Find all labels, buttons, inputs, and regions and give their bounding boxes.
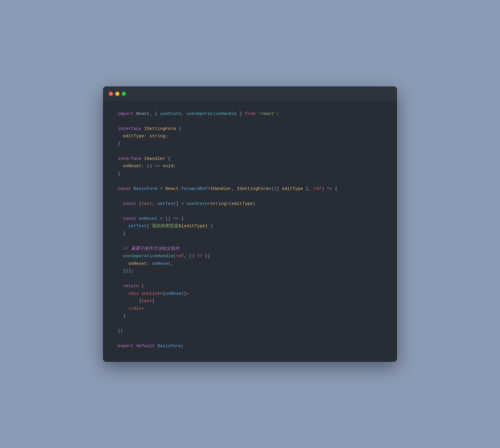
code-line-30: }) bbox=[118, 327, 382, 335]
code-editor-window: import React, { useState, useImperativeH… bbox=[103, 86, 397, 362]
code-line-blank-7 bbox=[118, 275, 382, 283]
code-line-blank-1 bbox=[118, 118, 382, 125]
minimize-button[interactable] bbox=[115, 92, 119, 96]
code-line-24: return ( bbox=[118, 282, 382, 290]
code-line-15: const onReset = () => { bbox=[118, 215, 382, 223]
code-line-26: {text} bbox=[118, 297, 382, 305]
code-line-25: <div onClick={onReset}> bbox=[118, 290, 382, 298]
code-line-blank-6 bbox=[118, 238, 382, 245]
close-button[interactable] bbox=[109, 92, 113, 96]
code-line-17: } bbox=[118, 230, 382, 238]
code-line-blank-5 bbox=[118, 208, 382, 215]
code-line-1: import React, { useState, useImperativeH… bbox=[118, 110, 382, 118]
code-line-8: onReset: () => void; bbox=[118, 163, 382, 170]
code-line-blank-4 bbox=[118, 193, 382, 200]
code-line-28: ) bbox=[118, 312, 382, 320]
code-line-20: useImperativeHandle(ref, () => ({ bbox=[118, 253, 382, 260]
code-line-27: </div> bbox=[118, 305, 382, 313]
code-content: import React, { useState, useImperativeH… bbox=[103, 101, 397, 362]
code-line-13: const [text, setText] = useState<string>… bbox=[118, 200, 382, 208]
code-line-9: } bbox=[118, 170, 382, 178]
code-line-4: editType: string; bbox=[118, 133, 382, 140]
code-line-16: setText(`现在的类型是${editType}`) bbox=[118, 223, 382, 230]
code-line-21: onReset: onReset, bbox=[118, 260, 382, 268]
code-line-blank-2 bbox=[118, 148, 382, 155]
code-line-22: })); bbox=[118, 268, 382, 275]
code-line-32: export default BasicForm; bbox=[118, 342, 382, 350]
code-line-7: interface IHandler { bbox=[118, 155, 382, 163]
code-line-3: interface ISettingForm { bbox=[118, 125, 382, 133]
maximize-button[interactable] bbox=[122, 92, 126, 96]
title-bar bbox=[103, 86, 397, 101]
code-line-blank-8 bbox=[118, 320, 382, 328]
code-line-19: // 暴露子组件方法给父组件 bbox=[118, 245, 382, 253]
code-line-blank-3 bbox=[118, 178, 382, 185]
code-line-11: const BasicForm = React.forwardRef<IHand… bbox=[118, 185, 382, 193]
code-line-5: } bbox=[118, 140, 382, 148]
code-line-blank-9 bbox=[118, 335, 382, 343]
